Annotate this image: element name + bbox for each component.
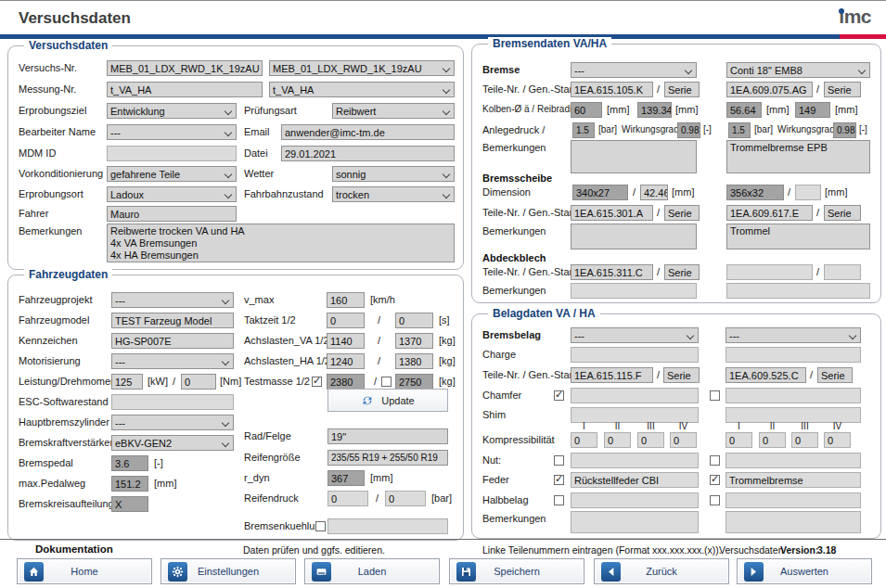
bremse-ha-select[interactable]: Conti 18" EMB8 bbox=[726, 62, 870, 78]
genstand-va-field[interactable]: Serie bbox=[664, 82, 700, 97]
halbbelag-ha-checkbox[interactable] bbox=[710, 495, 720, 505]
bremse-va-select[interactable]: --- bbox=[571, 62, 697, 78]
esc-softwarestand-field[interactable] bbox=[111, 394, 234, 410]
kompr-ha2-field[interactable]: 0 bbox=[759, 432, 786, 448]
chamfer-va-checkbox[interactable] bbox=[554, 390, 564, 401]
testmasse1-checkbox[interactable] bbox=[312, 377, 322, 387]
chevron-down-icon[interactable] bbox=[443, 108, 451, 116]
chevron-down-icon[interactable] bbox=[225, 171, 233, 179]
bemerkungen-belag-va-field[interactable] bbox=[571, 511, 699, 533]
dimension-ha-field[interactable]: 356x32 bbox=[726, 185, 784, 200]
bremskraftverstaerker-select[interactable]: eBKV-GEN2 bbox=[111, 435, 234, 451]
bemerkungen-belag-ha-field[interactable] bbox=[725, 511, 861, 533]
teilenr-va-field[interactable]: 1EA.615.105.K bbox=[571, 82, 653, 97]
bremsenkuehlung-field[interactable] bbox=[327, 518, 448, 534]
vmax-field[interactable]: 160 bbox=[327, 292, 365, 308]
bremspedal-field[interactable]: 3.6 bbox=[111, 455, 148, 471]
nut-va-field[interactable] bbox=[571, 453, 699, 468]
reibradius-ha-field[interactable]: 149 bbox=[795, 102, 830, 118]
chevron-down-icon[interactable] bbox=[685, 67, 693, 75]
bemerkungen-abdeck-va-field[interactable] bbox=[571, 283, 697, 299]
genstand-scheibe-va-field[interactable]: Serie bbox=[664, 205, 700, 221]
achslasten-va2-field[interactable]: 1370 bbox=[395, 333, 433, 349]
drehmoment-field[interactable]: 0 bbox=[181, 374, 216, 390]
bearbeiter-select[interactable]: --- bbox=[107, 124, 237, 140]
bremskreisaufteilung-field[interactable]: X bbox=[111, 496, 148, 512]
chevron-down-icon[interactable] bbox=[858, 67, 867, 75]
laden-button[interactable]: Laden bbox=[304, 558, 440, 584]
feder-ha-field[interactable]: Trommelbremse bbox=[725, 472, 861, 488]
kompr-va4-field[interactable]: 0 bbox=[670, 432, 697, 448]
testmasse2-field[interactable]: 2750 bbox=[395, 374, 433, 390]
taktzeit2-field[interactable]: 0 bbox=[395, 313, 433, 328]
mdm-id-field[interactable] bbox=[107, 146, 237, 161]
datei-field[interactable]: 29.01.2021 bbox=[281, 146, 455, 161]
feder-va-checkbox[interactable] bbox=[554, 475, 564, 485]
chamfer-va-field[interactable] bbox=[571, 388, 699, 403]
achslasten-va1-field[interactable]: 1140 bbox=[327, 333, 365, 349]
versuchs-nr-select[interactable]: MEB_01_LDX_RWD_1K_19zAU bbox=[269, 60, 455, 76]
bemerkungen-scheibe-ha-field[interactable]: Trommel bbox=[726, 224, 870, 249]
dimension-ha2-field[interactable] bbox=[795, 185, 821, 200]
chevron-down-icon[interactable] bbox=[222, 358, 230, 366]
wetter-select[interactable]: sonnig bbox=[332, 166, 455, 182]
zurueck-button[interactable]: Zurück bbox=[594, 558, 729, 584]
leistung-field[interactable]: 125 bbox=[111, 374, 143, 390]
teilenr-belag-va-field[interactable]: 1EA.615.115.F bbox=[571, 367, 653, 383]
kompr-ha3-field[interactable]: 0 bbox=[791, 432, 818, 448]
erprobungsziel-select[interactable]: Entwicklung bbox=[107, 103, 237, 119]
chevron-down-icon[interactable] bbox=[222, 419, 230, 428]
chevron-down-icon[interactable] bbox=[687, 332, 695, 340]
bremsbelag-ha-select[interactable]: --- bbox=[725, 327, 861, 343]
nut-ha-checkbox[interactable] bbox=[710, 455, 720, 466]
bremsenkuehlung-checkbox[interactable] bbox=[315, 521, 326, 531]
chevron-down-icon[interactable] bbox=[443, 171, 451, 179]
chamfer-ha-checkbox[interactable] bbox=[710, 390, 720, 401]
bemerkungen-bremse-va-field[interactable] bbox=[571, 140, 697, 173]
bemerkungen-field[interactable]: Reibwerte trocken VA und HA 4x VA Bremsu… bbox=[107, 224, 455, 262]
messung-nr-select[interactable]: t_VA_HA bbox=[269, 82, 455, 97]
wirkungsgrad-va-field[interactable]: 0.98 bbox=[677, 122, 700, 138]
chevron-down-icon[interactable] bbox=[222, 440, 230, 448]
chevron-down-icon[interactable] bbox=[849, 332, 857, 340]
email-field[interactable]: anwender@imc-tm.de bbox=[281, 124, 455, 140]
genstand-scheibe-ha-field[interactable]: Serie bbox=[824, 205, 861, 221]
genstand-belag-ha-field[interactable]: Serie bbox=[817, 367, 853, 383]
kolben-ha-field[interactable]: 56.64 bbox=[726, 102, 762, 118]
chevron-down-icon[interactable] bbox=[225, 129, 233, 137]
fahrer-field[interactable]: Mauro bbox=[107, 206, 237, 222]
pedalweg-field[interactable]: 151.2 bbox=[111, 476, 148, 492]
nut-va-checkbox[interactable] bbox=[554, 455, 564, 466]
teilenr-ha-field[interactable]: 1EA.609.075.AG bbox=[726, 82, 813, 97]
genstand-ha-field[interactable]: Serie bbox=[824, 82, 861, 97]
einstellungen-button[interactable]: Einstellungen bbox=[161, 558, 296, 584]
motorisierung-select[interactable]: --- bbox=[111, 353, 234, 369]
chevron-down-icon[interactable] bbox=[225, 108, 233, 116]
teilenr-abdeck-va-field[interactable]: 1EA.615.311.C bbox=[571, 264, 653, 280]
bemerkungen-bremse-ha-field[interactable]: Trommelbremse EPB bbox=[726, 140, 870, 173]
kompr-ha4-field[interactable]: 0 bbox=[824, 432, 851, 448]
achslasten-ha1-field[interactable]: 1240 bbox=[327, 353, 365, 369]
pruefungsart-select[interactable]: Reibwert bbox=[332, 103, 455, 119]
teilenr-scheibe-ha-field[interactable]: 1EA.609.617.E bbox=[726, 205, 813, 221]
kompr-va2-field[interactable]: 0 bbox=[604, 432, 631, 448]
chevron-down-icon[interactable] bbox=[222, 297, 230, 305]
fahrzeugmodel-field[interactable]: TEST Farzeug Model bbox=[111, 313, 234, 328]
chevron-down-icon[interactable] bbox=[443, 86, 451, 95]
kompr-va3-field[interactable]: 0 bbox=[637, 432, 664, 448]
messung-nr-field[interactable]: t_VA_HA bbox=[107, 82, 263, 97]
bremsbelag-va-select[interactable]: --- bbox=[571, 327, 699, 343]
feder-va-field[interactable]: Rückstellfeder CBI bbox=[571, 472, 699, 488]
genstand-abdeck-ha-field[interactable] bbox=[824, 264, 861, 280]
update-button[interactable]: Update bbox=[327, 389, 448, 412]
teilenr-abdeck-ha-field[interactable] bbox=[726, 264, 813, 280]
kompr-ha1-field[interactable]: 0 bbox=[725, 432, 752, 448]
teilenr-scheibe-va-field[interactable]: 1EA.615.301.A bbox=[571, 205, 653, 221]
kompr-va1-field[interactable]: 0 bbox=[571, 432, 597, 448]
kennzeichen-field[interactable]: HG-SP007E bbox=[111, 333, 234, 349]
chevron-down-icon[interactable] bbox=[443, 191, 451, 199]
bemerkungen-scheibe-va-field[interactable] bbox=[571, 224, 697, 249]
achslasten-ha2-field[interactable]: 1380 bbox=[395, 353, 433, 369]
chevron-down-icon[interactable] bbox=[225, 191, 233, 199]
teilenr-belag-ha-field[interactable]: 1EA.609.525.C bbox=[725, 367, 806, 383]
